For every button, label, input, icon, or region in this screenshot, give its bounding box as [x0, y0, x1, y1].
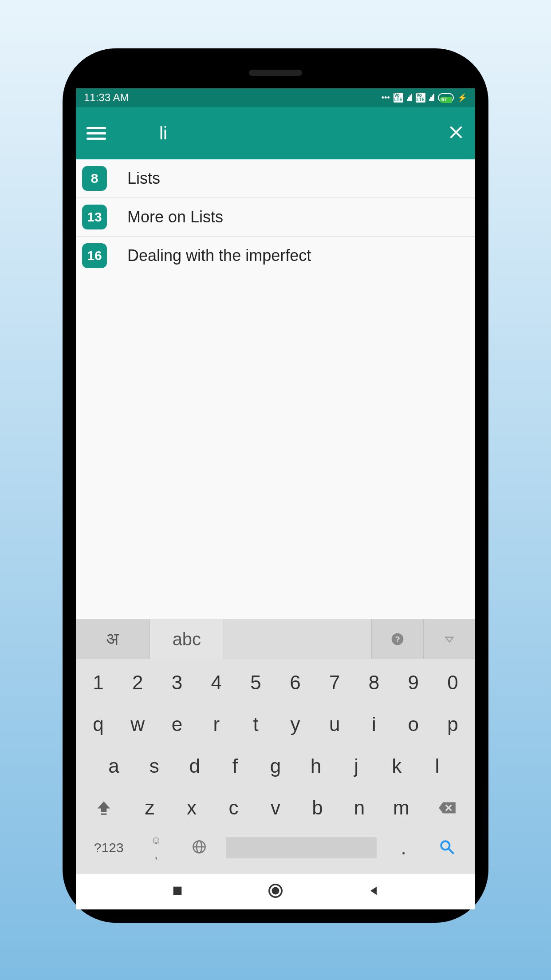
clear-search-button[interactable] [448, 124, 464, 142]
key-f[interactable]: f [215, 747, 255, 785]
key-7[interactable]: 7 [315, 664, 354, 702]
key-9[interactable]: 9 [394, 664, 433, 702]
key-i[interactable]: i [354, 705, 394, 743]
key-1[interactable]: 1 [79, 664, 118, 702]
period-key[interactable]: . [382, 837, 425, 859]
key-k[interactable]: k [377, 747, 417, 785]
key-c[interactable]: c [213, 789, 254, 827]
key-p[interactable]: p [433, 705, 472, 743]
svg-text:?: ? [395, 635, 400, 644]
key-z[interactable]: z [129, 789, 170, 827]
svg-rect-13 [173, 887, 182, 895]
comma-label: , [154, 847, 158, 861]
item-label: Dealing with the imperfect [127, 246, 311, 265]
key-r[interactable]: r [197, 705, 236, 743]
svg-point-15 [272, 887, 279, 895]
triangle-left-icon [367, 885, 380, 897]
key-g[interactable]: g [255, 747, 295, 785]
language-key[interactable] [177, 839, 220, 857]
keyboard-suggestion-bar: अ abc ? [76, 619, 475, 659]
backspace-icon [437, 800, 457, 815]
key-m[interactable]: m [380, 789, 422, 827]
navigation-bar [76, 874, 475, 909]
key-d[interactable]: d [174, 747, 215, 785]
key-j[interactable]: j [336, 747, 377, 785]
results-list: 8 Lists 13 More on Lists 16 Dealing with… [76, 159, 475, 619]
key-n[interactable]: n [338, 789, 380, 827]
search-icon [438, 838, 455, 855]
key-y[interactable]: y [276, 705, 315, 743]
list-item[interactable]: 16 Dealing with the imperfect [76, 237, 475, 275]
key-4[interactable]: 4 [197, 664, 236, 702]
shift-key[interactable] [79, 799, 129, 816]
square-icon [171, 885, 184, 897]
space-key[interactable] [226, 837, 377, 858]
key-a[interactable]: a [94, 747, 134, 785]
key-8[interactable]: 8 [354, 664, 394, 702]
symbols-key[interactable]: ?123 [83, 840, 134, 855]
keyboard-row-asdf: a s d f g h j k l [79, 747, 472, 785]
svg-line-12 [449, 849, 453, 854]
key-3[interactable]: 3 [157, 664, 197, 702]
item-number-badge: 16 [82, 243, 107, 268]
key-2[interactable]: 2 [118, 664, 157, 702]
emoji-icon: ☺ [151, 834, 162, 846]
item-number-badge: 13 [82, 205, 107, 229]
screen: 11:33 AM ••• VoLTE VoLTE 67 ⚡ [76, 88, 475, 909]
keyboard-row-numbers: 1 2 3 4 5 6 7 8 9 0 [79, 664, 472, 702]
search-input[interactable]: li [159, 123, 448, 143]
svg-rect-5 [101, 814, 106, 815]
keyboard-rows: 1 2 3 4 5 6 7 8 9 0 q w e r t y [76, 659, 475, 874]
key-s[interactable]: s [134, 747, 174, 785]
suggestion-area [224, 619, 372, 659]
key-b[interactable]: b [296, 789, 338, 827]
list-item[interactable]: 8 Lists [76, 159, 475, 198]
status-bar: 11:33 AM ••• VoLTE VoLTE 67 ⚡ [76, 88, 475, 107]
volte-icon-1: VoLTE [394, 93, 403, 103]
key-e[interactable]: e [157, 705, 197, 743]
key-0[interactable]: 0 [433, 664, 472, 702]
key-t[interactable]: t [236, 705, 276, 743]
key-6[interactable]: 6 [276, 664, 315, 702]
volte-icon-2: VoLTE [416, 93, 425, 103]
keyboard-row-zxcv: z x c v b n m [79, 789, 472, 827]
help-icon: ? [390, 632, 405, 646]
item-number-badge: 8 [82, 166, 107, 191]
keyboard-row-qwerty: q w e r t y u i o p [79, 705, 472, 743]
key-o[interactable]: o [394, 705, 433, 743]
svg-marker-4 [445, 637, 453, 642]
key-u[interactable]: u [315, 705, 354, 743]
key-h[interactable]: h [296, 747, 336, 785]
shift-icon [95, 799, 112, 816]
lang-switch-hindi[interactable]: अ [76, 619, 150, 659]
key-x[interactable]: x [171, 789, 213, 827]
key-w[interactable]: w [118, 705, 157, 743]
more-icon: ••• [382, 93, 390, 103]
emoji-key[interactable]: ☺ , [134, 834, 177, 861]
app-bar: li [76, 107, 475, 159]
home-button[interactable] [268, 883, 283, 900]
keyboard: अ abc ? 1 2 3 4 5 6 7 8 [76, 619, 475, 874]
key-5[interactable]: 5 [236, 664, 276, 702]
charging-icon: ⚡ [457, 93, 467, 103]
menu-button[interactable] [87, 123, 106, 143]
list-item[interactable]: 13 More on Lists [76, 198, 475, 237]
status-time: 11:33 AM [84, 91, 129, 104]
keyboard-collapse-button[interactable] [424, 619, 475, 659]
item-label: More on Lists [127, 208, 223, 226]
recent-apps-button[interactable] [171, 885, 184, 899]
keyboard-help-button[interactable]: ? [372, 619, 424, 659]
circle-icon [268, 883, 283, 898]
search-key[interactable] [425, 838, 468, 857]
keyboard-bottom-row: ?123 ☺ , . [79, 830, 472, 868]
phone-frame: 11:33 AM ••• VoLTE VoLTE 67 ⚡ [63, 48, 488, 923]
battery-icon: 67 [438, 93, 454, 102]
backspace-key[interactable] [422, 800, 472, 815]
close-icon [448, 124, 464, 141]
chevron-down-icon [444, 633, 455, 645]
key-q[interactable]: q [79, 705, 118, 743]
back-button[interactable] [367, 885, 380, 899]
key-v[interactable]: v [255, 789, 296, 827]
lang-switch-abc[interactable]: abc [150, 619, 224, 659]
key-l[interactable]: l [417, 747, 457, 785]
